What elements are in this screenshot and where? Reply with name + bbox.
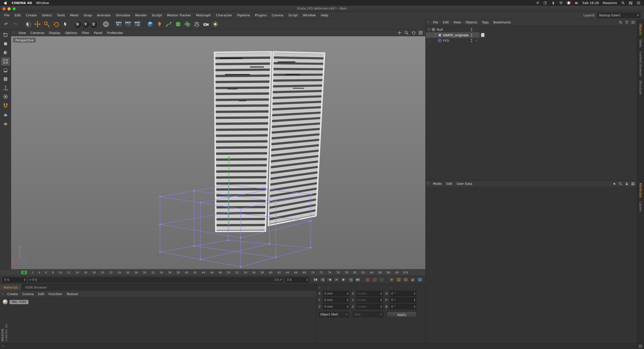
coordinate-field[interactable]: 0 mm xyxy=(323,297,349,303)
bluetooth-icon[interactable] xyxy=(551,1,555,5)
timeline-tick[interactable]: 56 xyxy=(252,271,256,274)
panel-grip-icon[interactable] xyxy=(427,21,429,24)
stepper-icon[interactable] xyxy=(379,304,383,309)
timeline-tick[interactable]: 4 xyxy=(38,271,41,274)
menu-item[interactable]: Simulate xyxy=(113,13,133,17)
object-name[interactable]: FFD xyxy=(443,39,449,43)
render-view-button[interactable] xyxy=(115,20,123,28)
materials-menu-item[interactable]: Create xyxy=(5,292,20,296)
timeline-tick[interactable]: 74 xyxy=(328,271,331,274)
materials-tab[interactable]: HDRI Browser xyxy=(22,284,51,291)
play-button[interactable] xyxy=(334,277,340,283)
add-spline-pen-button[interactable] xyxy=(155,20,164,28)
timeline-tick[interactable]: 38 xyxy=(176,271,180,274)
expander-icon[interactable] xyxy=(428,28,430,31)
ffd-object-icon[interactable] xyxy=(438,39,442,43)
move-tool-button[interactable] xyxy=(33,20,42,28)
undo-button[interactable] xyxy=(2,20,10,28)
coordinate-field[interactable]: 0 mm xyxy=(323,291,349,296)
menu-item[interactable]: Edit xyxy=(12,13,23,17)
object-manager-menu-item[interactable]: Tags xyxy=(479,20,491,24)
menu-item[interactable]: Tools xyxy=(54,13,67,17)
menu-item[interactable]: Animate xyxy=(94,13,113,17)
menu-item[interactable]: Select xyxy=(39,13,54,17)
stepper-icon[interactable] xyxy=(379,298,383,302)
visibility-dots-icon[interactable] xyxy=(469,33,474,37)
viewport-menu-item[interactable]: Cameras xyxy=(28,31,47,35)
next-frame-button[interactable] xyxy=(341,277,347,283)
zoom-window-button[interactable] xyxy=(13,7,16,10)
coordinate-field[interactable]: 0 ° xyxy=(390,304,416,309)
viewport-canvas[interactable]: Y X Z Perspective xyxy=(11,36,425,269)
timeline-tick[interactable]: 20 xyxy=(101,271,104,274)
timeline-tick[interactable]: 36 xyxy=(168,271,172,274)
menu-item[interactable]: Sculpt xyxy=(149,13,165,17)
coordinate-field[interactable]: 0 mm xyxy=(323,304,349,309)
array-floor-button[interactable] xyxy=(193,20,201,28)
end-time-field[interactable]: 3 S xyxy=(285,277,309,283)
close-window-button[interactable] xyxy=(3,7,6,10)
autokey-button[interactable] xyxy=(372,277,378,283)
timeline-tick[interactable]: 76 xyxy=(336,271,340,274)
menu-item[interactable]: Pipeline xyxy=(234,13,252,17)
render-settings-button[interactable] xyxy=(133,20,141,28)
menu-item[interactable]: Help xyxy=(318,13,331,17)
clock-icon[interactable] xyxy=(543,1,547,5)
current-time-field[interactable]: 0 S xyxy=(3,277,26,283)
object-manager-menu-item[interactable]: Objects xyxy=(463,20,479,24)
object-name[interactable]: GRATE_originale xyxy=(443,33,469,37)
panel-grip-icon[interactable] xyxy=(13,31,15,34)
viewport-pan-icon[interactable] xyxy=(397,30,402,35)
timeline-tick[interactable]: 30 xyxy=(143,271,146,274)
axis-lock-button[interactable]: X xyxy=(74,21,81,28)
timeline-tick[interactable]: 44 xyxy=(202,271,205,274)
key-scale-toggle[interactable] xyxy=(395,277,402,283)
viewport-menu-item[interactable]: Panel xyxy=(92,31,105,35)
menu-item[interactable]: Motion Tracker xyxy=(165,13,193,17)
menu-item[interactable]: Character xyxy=(213,13,234,17)
tag-cell[interactable] xyxy=(481,33,485,37)
object-manager-menu-item[interactable]: Edit xyxy=(440,20,451,24)
materials-list[interactable]: RAL 7040 xyxy=(0,297,316,343)
polygon-object-icon[interactable] xyxy=(438,33,442,37)
loop-button[interactable] xyxy=(348,277,354,283)
side-tab[interactable]: Content Browser xyxy=(639,51,642,77)
snap-button[interactable] xyxy=(1,101,10,110)
stepper-icon[interactable] xyxy=(379,291,383,296)
timeline-tick[interactable]: 2 xyxy=(31,271,34,274)
timeline-tick[interactable]: 80 xyxy=(353,271,357,274)
timeline-tick[interactable]: 18 xyxy=(92,271,96,274)
object-name[interactable]: Null xyxy=(437,28,443,31)
points-mode-button[interactable] xyxy=(1,57,10,65)
previous-frame-button[interactable] xyxy=(327,277,333,283)
menu-item[interactable]: Snap xyxy=(81,13,95,17)
object-row-null[interactable]: Null xyxy=(426,27,637,32)
goto-start-button[interactable] xyxy=(312,277,319,283)
control-center-icon[interactable] xyxy=(629,1,633,5)
timeline-tick[interactable]: 70 xyxy=(311,271,315,274)
coordinate-field[interactable]: 0 ° xyxy=(390,291,416,296)
status-user[interactable]: Massimo xyxy=(603,1,617,5)
filter-icon[interactable] xyxy=(625,20,629,24)
timeline-tick[interactable]: 48 xyxy=(218,271,222,274)
side-tab[interactable]: Takes xyxy=(639,39,642,47)
materials-tab[interactable]: Materials xyxy=(0,284,22,291)
size-mode-dropdown[interactable]: Size xyxy=(353,312,383,317)
search-icon[interactable] xyxy=(618,20,622,24)
axis-lock-button[interactable]: Y xyxy=(82,21,89,28)
spotlight-search-icon[interactable] xyxy=(621,1,625,5)
material-item[interactable]: RAL 7040 xyxy=(3,299,28,305)
timeline-tick[interactable]: 42 xyxy=(193,271,197,274)
list-options-icon[interactable] xyxy=(631,20,635,24)
material-name[interactable]: RAL 7040 xyxy=(10,300,28,304)
menu-item[interactable]: Mesh xyxy=(67,13,81,17)
search-icon[interactable] xyxy=(618,182,622,186)
timeline-tick[interactable]: 58 xyxy=(260,271,264,274)
timeline-tick[interactable]: 88 xyxy=(386,271,390,274)
enabled-check-icon[interactable]: ✓ xyxy=(475,39,478,42)
viewport-menu-item[interactable]: Display xyxy=(47,31,63,35)
workplane-button[interactable] xyxy=(1,110,10,118)
attributes-menu-item[interactable]: Mode xyxy=(431,182,444,186)
model-mode-button[interactable] xyxy=(1,40,10,48)
coordinate-field[interactable]: 0 ° xyxy=(390,297,416,303)
